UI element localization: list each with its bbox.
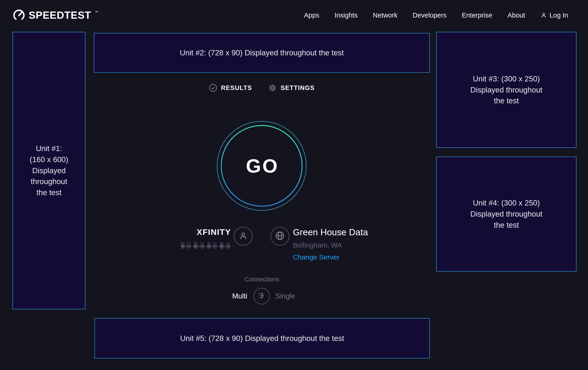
speedometer-gauge-icon — [12, 9, 25, 22]
ad-unit-3-label: Unit #3: (300 x 250) Displayed throughou… — [471, 73, 543, 107]
nav-item-about[interactable]: About — [508, 11, 525, 19]
server-badge[interactable] — [271, 227, 289, 246]
ad-unit-2-label: Unit #2: (728 x 90) Displayed throughout… — [180, 47, 344, 58]
connections-label: Connections — [94, 276, 430, 283]
nav-item-insights[interactable]: Insights — [335, 11, 357, 19]
nav-links: Apps Insights Network Developers Enterpr… — [304, 11, 568, 19]
nav-item-apps[interactable]: Apps — [304, 11, 319, 19]
ad-unit-4-300x250[interactable]: Unit #4: (300 x 250) Displayed throughou… — [436, 157, 577, 271]
ad-unit-3-300x250[interactable]: Unit #3: (300 x 250) Displayed throughou… — [436, 32, 577, 148]
ad-unit-4-label: Unit #4: (300 x 250) Displayed throughou… — [471, 198, 543, 231]
login-button[interactable]: Log In — [540, 11, 568, 19]
user-icon — [540, 12, 547, 19]
user-icon — [238, 231, 248, 242]
go-button-label: GO — [216, 121, 307, 211]
nav-item-enterprise[interactable]: Enterprise — [462, 11, 492, 19]
brand-trademark: ™ — [95, 10, 98, 14]
login-label: Log In — [549, 11, 568, 19]
tabs-row: RESULTS SETTINGS — [94, 83, 430, 92]
connections-multi-option[interactable]: Multi — [209, 292, 247, 300]
connections-single-option[interactable]: Single — [275, 292, 295, 300]
check-circle-icon — [209, 84, 217, 92]
isp-badge[interactable] — [234, 227, 253, 246]
nav-item-developers[interactable]: Developers — [413, 11, 447, 19]
gear-icon — [268, 83, 277, 92]
isp-name: XFINITY — [182, 228, 231, 237]
speedtest-logo[interactable]: SPEEDTEST ™ — [12, 9, 98, 22]
nav-item-network[interactable]: Network — [373, 11, 397, 19]
tab-settings[interactable]: SETTINGS — [268, 83, 315, 92]
brand-name: SPEEDTEST — [29, 10, 91, 21]
globe-icon — [275, 230, 285, 242]
ad-unit-2-728x90[interactable]: Unit #2: (728 x 90) Displayed throughout… — [94, 33, 430, 73]
go-button[interactable]: GO — [216, 121, 307, 211]
ad-unit-5-728x90[interactable]: Unit #5: (728 x 90) Displayed throughout… — [94, 318, 430, 359]
speedtest-page: SPEEDTEST ™ Apps Insights Network Develo… — [0, 0, 588, 370]
isp-ip-redacted — [181, 242, 231, 249]
server-name: Green House Data — [293, 227, 368, 237]
server-location: Bellingham, WA — [293, 241, 342, 249]
tab-results-label: RESULTS — [221, 84, 252, 91]
tab-results[interactable]: RESULTS — [209, 84, 252, 92]
ad-unit-5-label: Unit #5: (728 x 90) Displayed throughout… — [180, 333, 344, 344]
connections-toggle[interactable] — [253, 288, 270, 304]
ad-unit-1-160x600[interactable]: Unit #1: (160 x 600) Displayed throughou… — [12, 32, 85, 309]
tab-settings-label: SETTINGS — [281, 84, 315, 91]
change-server-link[interactable]: Change Server — [293, 253, 339, 261]
ad-unit-1-label: Unit #1: (160 x 600) Displayed throughou… — [30, 143, 68, 198]
top-navbar: SPEEDTEST ™ Apps Insights Network Develo… — [0, 0, 588, 30]
multi-connections-arrows-icon — [256, 290, 267, 302]
